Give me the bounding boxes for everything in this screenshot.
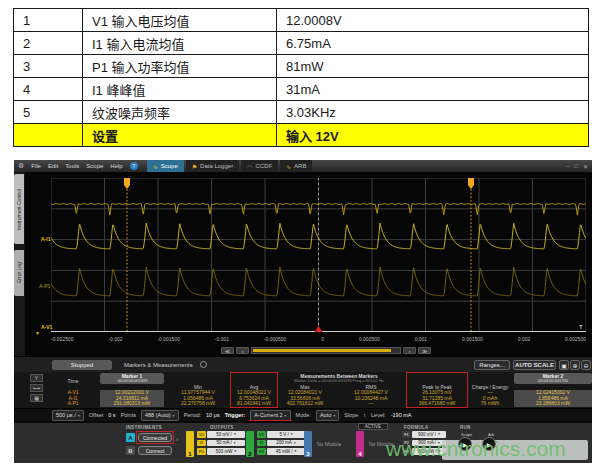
table-row: 2I1 输入电流均值6.75mA [14,32,589,55]
autoscale-button[interactable]: AUTO SCALE [513,360,556,370]
span-tool-icon[interactable]: ⟷ [30,384,43,392]
row-number: 1 [14,9,83,32]
row-name: I1 峰峰值 [83,78,277,101]
wave-icon: ∿ [153,163,158,170]
marker2-header[interactable]: Marker 200:00:00.001700 [514,373,592,384]
tab-label: ARB [294,163,306,169]
scroll-thumb[interactable] [253,349,391,352]
help-icon[interactable]: ? [130,162,138,170]
channel3-bar: 3 [304,431,312,457]
zoom-out-icon[interactable]: ⊖ [581,360,591,370]
tab-arb[interactable]: ∿ARB [280,160,312,172]
scope-canvas[interactable]: T [51,178,586,332]
cell-max: 402.761612 mW [276,401,334,407]
offset-label: Offset [89,412,104,418]
tab-data-logger[interactable]: ⚑Data Logger [186,160,239,172]
zoom-box-icon[interactable]: ▣ [559,360,569,370]
instrument-b-connect-button[interactable]: Connect [138,446,172,455]
p1-tag: P1 [197,448,206,455]
i2-range-button[interactable]: 200 mA▾ [267,440,305,447]
ranges-button[interactable]: Ranges... [474,360,510,370]
table-tool-icon[interactable]: ▦ [30,394,43,402]
tab-ccdf[interactable]: ◠CCDF [241,160,278,172]
marker-tool-icon[interactable]: Y [30,374,43,382]
scope-app-window: ⚙ File Edit Tools Scope Help ? ∿Scope ⚑D… [14,160,592,463]
p2-tag: P2 [257,448,266,455]
row-name: P1 输入功率均值 [83,55,277,78]
row-value: 输入 12V [277,124,589,147]
expander-icon[interactable]: › [176,436,178,443]
markers-measurements-title: Markers & Measurements [124,362,193,368]
row-number [14,124,83,147]
v2-range-button[interactable]: 5 V /▾ [267,431,305,438]
close-button[interactable]: ✕ [583,163,588,170]
menu-tools[interactable]: Tools [65,163,79,169]
maximize-button[interactable]: □ [574,163,578,170]
p2-range-button[interactable]: 45 mW /▾ [267,448,305,455]
offset-value[interactable]: 0 s [108,412,115,418]
v1-range-button[interactable]: 50 mV /▾ [207,431,245,438]
timebase-value: 500 μs / [56,412,76,418]
channel2-bar: 2 [246,431,254,457]
marker1-header[interactable]: Marker 1-00:00:00.001495 [100,373,164,384]
trigger-label: Trigger: [225,412,245,418]
zoom-in-icon[interactable]: ⊕ [570,360,580,370]
scroll-right-button[interactable]: › [403,347,416,354]
x-tick: -0.000500 [264,336,287,342]
points-value: 488 (Auto) [145,412,171,418]
slope-label: Slope [344,412,358,418]
chevron-down-icon: ▾ [333,413,335,418]
x-tick: -0.001 [215,336,229,342]
scroll-track[interactable] [251,347,401,354]
menu-help[interactable]: Help [110,163,122,169]
cell-m2: 23.286803 mW [514,401,592,407]
timebase-dropdown[interactable]: 500 μs /▾ [52,410,84,421]
app-tab-group: ∿Scope ⚑Data Logger ◠CCDF ∿ARB [147,160,313,172]
gear-icon[interactable]: ⚙ [18,162,24,170]
stopped-button[interactable]: Stopped [52,360,112,370]
instrument-a-badge: A [126,433,135,442]
channel1-bar: 1 [186,431,194,457]
tab-label: Data Logger [200,163,233,169]
tab-scope[interactable]: ∿Scope [147,160,184,172]
v2-tag: V2 [257,431,266,438]
ccdf-icon: ◠ [247,163,252,170]
i2-tag: I2 [257,440,266,447]
v2-range-value: 5 V / [279,432,288,437]
x-tick: 0.000500 [359,336,380,342]
slope-icon[interactable]: ↑ [363,412,366,418]
mode-dropdown[interactable]: Auto▾ [316,410,339,421]
row-number: 5 [14,101,83,124]
x-tick: -0.002 [108,336,122,342]
menu-scope[interactable]: Scope [86,163,103,169]
level-value[interactable]: -190 mA [391,412,412,418]
i1-range-button[interactable]: 50 mA /▾ [207,440,245,447]
row-name: I1 输入电流均值 [83,32,277,55]
scroll-right-fast-button[interactable]: ≫ [418,347,431,354]
trigger-source-dropdown[interactable]: A-Current 2▾ [250,410,290,421]
annotation-avg-box [230,372,278,408]
measurements-table: Time Marker 1-00:00:00.001495 Measuremen… [46,373,592,407]
minimize-button[interactable]: – [566,163,569,170]
scroll-left-fast-button[interactable]: ≪ [221,347,234,354]
v1-tag: V1 [197,431,206,438]
row-name: 纹波噪声频率 [83,101,277,124]
sidebar-tab-error-log[interactable]: Error Log [14,250,24,296]
menu-file[interactable]: File [31,163,41,169]
active-tab[interactable]: ACTIVE [358,423,388,430]
points-dropdown[interactable]: 488 (Auto)▾ [141,410,179,421]
i2-range-value: 200 mA [276,440,292,445]
chevron-down-icon: ▾ [235,449,237,453]
arb-icon: ∿ [286,163,291,170]
chevron-down-icon: ▾ [438,432,440,436]
menu-edit[interactable]: Edit [48,163,58,169]
row-name: 设置 [83,124,277,147]
mode-label: Mode: [296,412,311,418]
table-row-settings: 设置输入 12V [14,124,589,147]
waveform-plot-area[interactable]: T A-I1 A-P1 A-V1 ▼ -0.002500 -0.002 -0.0… [25,172,592,356]
sidebar-tab-instrument-control[interactable]: Instrument Control [14,174,24,244]
collapse-toggle-icon[interactable] [200,361,207,368]
p1-range-button[interactable]: 500 mW▾ [207,448,245,455]
scroll-left-button[interactable]: ‹ [236,347,249,354]
table-row: 5纹波噪声频率3.03KHz [14,101,589,124]
